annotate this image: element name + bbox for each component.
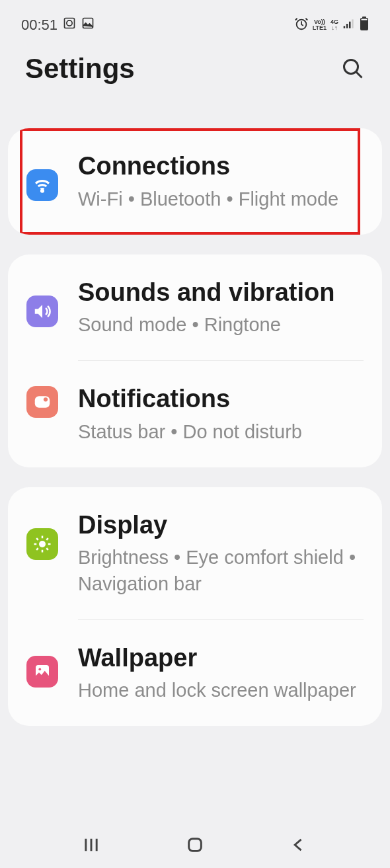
display-icon [26,528,58,560]
setting-item-display[interactable]: Display Brightness • Eye comfort shield … [8,487,382,619]
setting-subtitle: Sound mode • Ringtone [78,312,364,338]
setting-text: Connections Wi-Fi • Bluetooth • Flight m… [78,151,364,212]
image-app-icon [81,17,95,34]
sound-icon [26,296,58,327]
clock-app-icon [63,17,76,34]
svg-rect-10 [362,19,368,20]
settings-header: Settings [0,43,390,104]
search-button[interactable] [341,57,365,81]
svg-rect-5 [346,24,348,28]
status-left: 00:51 [21,17,95,34]
setting-subtitle: Brightness • Eye comfort shield • Naviga… [78,545,364,596]
svg-point-11 [344,60,358,74]
status-bar: 00:51 Vo))LTE1 4G↓↑ [0,0,390,43]
volte-icon: Vo))LTE1 [313,19,327,31]
setting-text: Wallpaper Home and lock screen wallpaper [78,643,364,704]
setting-title: Notifications [78,383,364,415]
recents-button[interactable] [78,832,104,858]
wallpaper-icon [26,656,58,688]
home-button[interactable] [182,832,208,858]
gap-bar [13,104,377,116]
wifi-icon [26,169,58,201]
svg-rect-13 [35,397,50,409]
network-4g-icon: 4G↓↑ [331,19,338,31]
svg-point-15 [39,541,46,547]
back-button[interactable] [286,832,312,858]
setting-item-wallpaper[interactable]: Wallpaper Home and lock screen wallpaper [8,620,382,727]
setting-title: Wallpaper [78,643,364,674]
setting-text: Sounds and vibration Sound mode • Ringto… [78,277,364,338]
setting-text: Notifications Status bar • Do not distur… [78,383,364,445]
setting-text: Display Brightness • Eye comfort shield … [78,510,364,597]
setting-item-connections[interactable]: Connections Wi-Fi • Bluetooth • Flight m… [8,128,382,235]
alarm-icon [294,17,309,34]
setting-title: Display [78,510,364,541]
svg-rect-7 [352,19,354,28]
settings-card-display: Display Brightness • Eye comfort shield … [8,487,382,726]
signal-icon [342,17,356,33]
svg-rect-9 [362,17,366,19]
svg-point-1 [67,20,72,25]
settings-card-sounds: Sounds and vibration Sound mode • Ringto… [8,255,382,467]
setting-title: Connections [78,151,364,182]
svg-rect-4 [344,26,346,28]
battery-icon [360,17,369,34]
setting-subtitle: Home and lock screen wallpaper [78,678,364,703]
svg-point-12 [42,190,44,192]
setting-item-notifications[interactable]: Notifications Status bar • Do not distur… [8,361,382,467]
setting-subtitle: Status bar • Do not disturb [78,419,364,445]
navigation-bar [0,822,390,868]
page-title: Settings [25,53,135,85]
setting-item-sounds[interactable]: Sounds and vibration Sound mode • Ringto… [8,255,382,361]
notifications-icon [26,386,58,418]
svg-point-17 [38,668,41,670]
svg-rect-18 [189,839,202,851]
settings-card-connections: Connections Wi-Fi • Bluetooth • Flight m… [8,128,382,235]
status-right: Vo))LTE1 4G↓↑ [294,17,369,34]
setting-title: Sounds and vibration [78,277,364,309]
svg-rect-0 [65,18,75,28]
setting-subtitle: Wi-Fi • Bluetooth • Flight mode [78,186,364,212]
svg-point-14 [44,397,48,401]
svg-rect-6 [349,21,351,28]
status-time: 00:51 [21,17,58,34]
